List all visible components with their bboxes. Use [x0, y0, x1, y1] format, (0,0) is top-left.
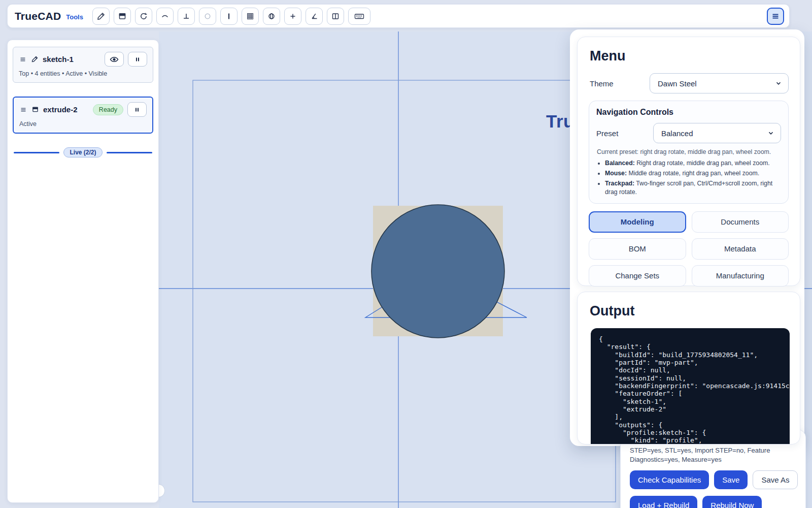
- datum-perpendicular-button[interactable]: [178, 8, 195, 25]
- chevron-down-icon: [775, 80, 782, 87]
- eye-icon: [110, 56, 119, 63]
- cylinder-tool-button[interactable]: [263, 8, 280, 25]
- feature-meta: Top • 4 entities • Active • Visible: [19, 70, 147, 77]
- rebuild-now-button[interactable]: Rebuild Now: [702, 496, 762, 508]
- angle-icon: [310, 12, 319, 21]
- capabilities-text: STEP=yes, STL=yes, Import STEP=no, Featu…: [630, 446, 771, 464]
- app-logo: TrueCAD: [15, 10, 61, 22]
- preset-bullet: Trackpad: Two-finger scroll pan, Ctrl/Cm…: [605, 179, 781, 196]
- preset-select[interactable]: Balanced: [653, 123, 781, 143]
- extrude-icon: [31, 106, 39, 113]
- menu-panel: Menu Theme Dawn Steel Navigation Control…: [577, 37, 800, 286]
- suppress-button[interactable]: [127, 102, 147, 117]
- circle-tool-button[interactable]: [199, 8, 216, 25]
- status-badge: Ready: [93, 104, 123, 115]
- output-panel-title: Output: [590, 303, 790, 319]
- pencil-icon: [96, 12, 106, 21]
- arc-icon: [160, 12, 170, 21]
- theme-select-value: Dawn Steel: [658, 79, 697, 88]
- drag-handle-icon[interactable]: [19, 55, 27, 64]
- section-button-modeling[interactable]: Modeling: [589, 211, 686, 233]
- grid-pattern-button[interactable]: [242, 8, 259, 25]
- section-button-metadata[interactable]: Metadata: [692, 238, 789, 260]
- navigation-controls-box: Navigation Controls Preset Balanced Curr…: [589, 101, 789, 204]
- rotate-icon: [139, 12, 148, 21]
- preset-bullet: Balanced: Right drag rotate, middle drag…: [605, 159, 781, 167]
- grid-icon: [246, 12, 255, 21]
- save-as-button[interactable]: Save As: [753, 470, 798, 489]
- line-tool-button[interactable]: [220, 8, 238, 25]
- menu-toggle-button[interactable]: [767, 8, 784, 25]
- workspace-section-grid: Modeling Documents BOM Metadata Change S…: [589, 211, 789, 287]
- visibility-toggle-button[interactable]: [105, 52, 124, 67]
- theme-label: Theme: [590, 79, 650, 88]
- feature-card-sketch-1[interactable]: sketch-1 Top • 4 entities • Active • Vis…: [13, 47, 153, 83]
- keyboard-shortcuts-button[interactable]: [348, 8, 370, 25]
- feature-card-extrude-2[interactable]: extrude-2 Ready Active: [13, 97, 153, 134]
- output-json-code[interactable]: { "result": { "buildId": "build_17759348…: [591, 328, 790, 444]
- revolve-button[interactable]: [135, 8, 152, 25]
- pencil-icon: [31, 55, 39, 63]
- feature-meta: Active: [19, 120, 147, 128]
- add-plus-button[interactable]: [284, 8, 301, 25]
- divider-line: [107, 152, 152, 153]
- save-button[interactable]: Save: [714, 470, 748, 489]
- pause-icon: [134, 107, 140, 113]
- preset-bullet-list: Balanced: Right drag rotate, middle drag…: [605, 159, 781, 196]
- chevron-down-icon: [767, 130, 774, 137]
- extrude-box-button[interactable]: [114, 8, 131, 25]
- live-status-divider: Live (2/2): [13, 147, 153, 157]
- perpendicular-icon: [182, 12, 191, 21]
- section-button-bom[interactable]: BOM: [589, 238, 686, 260]
- line-icon: [224, 12, 233, 21]
- top-toolbar: TrueCAD Tools: [7, 4, 790, 28]
- sketch-pencil-button[interactable]: [92, 8, 110, 25]
- load-rebuild-button[interactable]: Load + Rebuild: [630, 496, 697, 508]
- check-capabilities-button[interactable]: Check Capabilities: [630, 470, 709, 489]
- extrude-icon: [118, 12, 127, 21]
- measure-angle-button[interactable]: [306, 8, 323, 25]
- keyboard-icon: [354, 12, 365, 21]
- split-columns-button[interactable]: [327, 8, 344, 25]
- plus-icon: [288, 12, 297, 21]
- tools-label: Tools: [66, 13, 83, 21]
- section-button-documents[interactable]: Documents: [692, 211, 789, 233]
- output-panel: Output { "result": { "buildId": "build_1…: [577, 292, 800, 444]
- preset-bullet: Mouse: Middle drag rotate, right drag pa…: [605, 169, 781, 177]
- circle-icon: [203, 12, 212, 21]
- pause-icon: [134, 56, 141, 62]
- fillet-arc-button[interactable]: [156, 8, 174, 25]
- feature-tree-sidebar: sketch-1 Top • 4 entities • Active • Vis…: [7, 40, 159, 503]
- columns-icon: [331, 12, 340, 21]
- feature-name: sketch-1: [43, 55, 74, 64]
- navigation-controls-title: Navigation Controls: [596, 108, 781, 117]
- preset-label: Preset: [596, 129, 653, 138]
- divider-line: [14, 152, 59, 153]
- section-button-change-sets[interactable]: Change Sets: [589, 265, 686, 287]
- drag-handle-icon[interactable]: [19, 106, 27, 114]
- live-status-badge: Live (2/2): [63, 147, 102, 157]
- feature-name: extrude-2: [43, 105, 78, 114]
- preset-select-value: Balanced: [661, 129, 693, 138]
- suppress-button[interactable]: [128, 52, 147, 67]
- menu-panel-title: Menu: [590, 48, 790, 64]
- current-preset-caption: Current preset: right drag rotate, middl…: [597, 148, 781, 155]
- section-button-manufacturing[interactable]: Manufacturing: [692, 265, 789, 287]
- theme-select[interactable]: Dawn Steel: [650, 73, 789, 93]
- cylinder-icon: [267, 12, 276, 21]
- hamburger-icon: [771, 12, 780, 21]
